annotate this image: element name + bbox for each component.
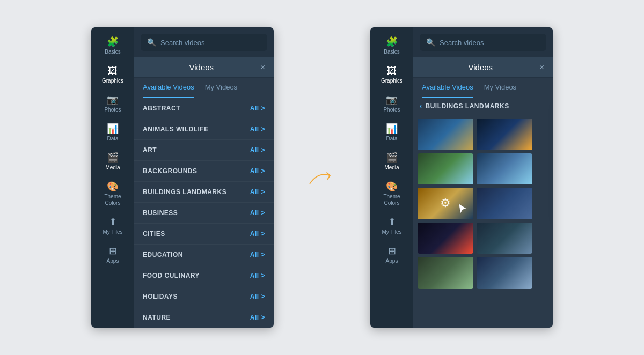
- category-name-business: BUSINESS: [143, 209, 178, 217]
- right-tab-available[interactable]: Available Videos: [422, 78, 473, 98]
- category-name-holidays: HOLIDAYS: [143, 293, 178, 300]
- back-arrow-icon[interactable]: ‹: [420, 102, 422, 110]
- left-tab-my-videos[interactable]: My Videos: [205, 78, 237, 98]
- category-all-abstract[interactable]: All >: [250, 105, 265, 112]
- right-graphics-icon: 🖼: [387, 66, 397, 76]
- sidebar-label-media: Media: [105, 165, 120, 171]
- photos-icon: 📷: [107, 95, 119, 105]
- sidebar-label-apps: Apps: [107, 258, 119, 264]
- video-thumb-9[interactable]: [418, 257, 473, 289]
- video-thumb-inner-2: [477, 119, 532, 150]
- right-main-content: 🔍 Search videos Videos × Available Video…: [413, 27, 553, 328]
- category-all-education[interactable]: All >: [250, 251, 265, 258]
- apps-icon: ⊞: [109, 246, 117, 256]
- right-basics-icon: 🧩: [386, 37, 398, 47]
- right-sidebar-item-graphics[interactable]: 🖼 Graphics: [373, 62, 411, 88]
- left-tab-available[interactable]: Available Videos: [143, 78, 194, 98]
- sidebar-item-apps[interactable]: ⊞ Apps: [94, 242, 131, 269]
- category-all-business[interactable]: All >: [250, 209, 265, 217]
- my-files-icon: ⬆: [109, 217, 117, 227]
- right-sidebar-item-my-files[interactable]: ⬆ My Files: [373, 213, 411, 240]
- right-tab-my-videos[interactable]: My Videos: [484, 78, 516, 98]
- sidebar-item-graphics[interactable]: 🖼 Graphics: [94, 62, 131, 88]
- data-icon: 📊: [107, 124, 119, 134]
- category-all-nature[interactable]: All >: [250, 314, 265, 321]
- right-sidebar-item-basics[interactable]: 🧩 Basics: [373, 33, 411, 60]
- sidebar-item-theme-colors[interactable]: 🎨 Theme Colors: [94, 178, 131, 211]
- category-name-backgrounds: BACKGROUNDS: [143, 167, 197, 175]
- right-tabs: Available Videos My Videos: [413, 78, 553, 98]
- right-sidebar-label-my-files: My Files: [382, 229, 401, 235]
- sidebar-label-my-files: My Files: [103, 229, 122, 235]
- right-theme-colors-icon: 🎨: [386, 182, 398, 191]
- category-buildings-landmarks[interactable]: BUILDINGS LANDMARKS All >: [134, 182, 274, 203]
- left-close-button[interactable]: ×: [260, 63, 265, 72]
- right-sidebar-label-basics: Basics: [384, 49, 399, 55]
- right-sidebar-item-theme-colors[interactable]: 🎨 Theme Colors: [373, 178, 411, 211]
- right-photos-icon: 📷: [386, 95, 398, 105]
- category-holidays[interactable]: HOLIDAYS All >: [134, 286, 274, 307]
- category-all-cities[interactable]: All >: [250, 230, 265, 238]
- right-sidebar-label-data: Data: [386, 136, 397, 142]
- right-sidebar-item-media[interactable]: 🎬 Media: [373, 149, 411, 175]
- search-icon: 🔍: [147, 38, 156, 47]
- sidebar-item-data[interactable]: 📊 Data: [94, 120, 131, 146]
- left-search-bar: 🔍 Search videos: [134, 27, 274, 57]
- left-search-input-wrap[interactable]: 🔍 Search videos: [141, 34, 267, 51]
- right-sidebar-label-apps: Apps: [386, 258, 398, 264]
- category-all-backgrounds[interactable]: All >: [250, 167, 265, 175]
- category-cities[interactable]: CITIES All >: [134, 224, 274, 245]
- sidebar-item-media[interactable]: 🎬 Media: [94, 149, 131, 175]
- video-thumb-7[interactable]: [418, 223, 473, 254]
- right-search-input-wrap[interactable]: 🔍 Search videos: [420, 34, 546, 51]
- left-main-content: 🔍 Search videos Videos × Available Video…: [134, 27, 274, 328]
- right-sidebar-item-apps[interactable]: ⊞ Apps: [373, 242, 411, 269]
- video-thumb-inner-3: [418, 153, 473, 185]
- category-all-art[interactable]: All >: [250, 146, 265, 154]
- category-backgrounds[interactable]: BACKGROUNDS All >: [134, 161, 274, 182]
- subcategory-header: ‹ BUILDINGS LANDMARKS: [413, 98, 553, 114]
- basics-icon: 🧩: [107, 37, 119, 47]
- sidebar-item-basics[interactable]: 🧩 Basics: [94, 33, 131, 60]
- gear-icon: ⚙: [440, 196, 451, 210]
- category-education[interactable]: EDUCATION All >: [134, 245, 274, 265]
- media-icon: 🎬: [107, 153, 119, 162]
- category-abstract[interactable]: ABSTRACT All >: [134, 98, 274, 119]
- category-animals-wildlife[interactable]: ANIMALS WILDLIFE All >: [134, 119, 274, 140]
- video-thumb-8[interactable]: [477, 223, 532, 254]
- video-thumb-inner-7: [418, 223, 473, 254]
- video-thumb-5[interactable]: ⚙: [418, 188, 473, 219]
- video-thumb-inner-1: [418, 119, 473, 150]
- category-name-animals: ANIMALS WILDLIFE: [143, 125, 209, 133]
- right-sidebar-item-data[interactable]: 📊 Data: [373, 120, 411, 146]
- category-nature[interactable]: NATURE All >: [134, 307, 274, 328]
- category-food-culinary[interactable]: FOOD CULINARY All >: [134, 265, 274, 286]
- category-art[interactable]: ART All >: [134, 140, 274, 161]
- video-thumb-1[interactable]: [418, 119, 473, 150]
- left-panel: 🧩 Basics 🖼 Graphics 📷 Photos 📊 Data 🎬 Me…: [91, 27, 274, 328]
- left-category-list: ABSTRACT All > ANIMALS WILDLIFE All > AR…: [134, 98, 274, 328]
- left-search-placeholder: Search videos: [160, 39, 204, 47]
- video-thumb-4[interactable]: [477, 153, 532, 185]
- right-sidebar-label-theme-colors: Theme Colors: [375, 194, 408, 206]
- right-sidebar-label-graphics: Graphics: [381, 78, 402, 84]
- category-all-food[interactable]: All >: [250, 272, 265, 279]
- video-thumb-10[interactable]: [477, 257, 532, 289]
- right-sidebar-item-photos[interactable]: 📷 Photos: [373, 91, 411, 117]
- category-all-holidays[interactable]: All >: [250, 293, 265, 300]
- category-business[interactable]: BUSINESS All >: [134, 203, 274, 224]
- video-thumb-2[interactable]: [477, 119, 532, 150]
- video-grid: ⚙: [413, 114, 537, 328]
- video-thumb-inner-4: [477, 153, 532, 185]
- sidebar-label-photos: Photos: [104, 107, 121, 113]
- category-name-buildings: BUILDINGS LANDMARKS: [143, 188, 226, 196]
- category-all-animals[interactable]: All >: [250, 125, 265, 133]
- category-all-buildings[interactable]: All >: [250, 188, 265, 196]
- category-name-food: FOOD CULINARY: [143, 272, 200, 279]
- sidebar-item-photos[interactable]: 📷 Photos: [94, 91, 131, 117]
- right-close-button[interactable]: ×: [539, 63, 544, 72]
- video-thumb-6[interactable]: [477, 188, 532, 219]
- video-thumb-3[interactable]: [418, 153, 473, 185]
- right-my-files-icon: ⬆: [388, 217, 396, 227]
- sidebar-item-my-files[interactable]: ⬆ My Files: [94, 213, 131, 240]
